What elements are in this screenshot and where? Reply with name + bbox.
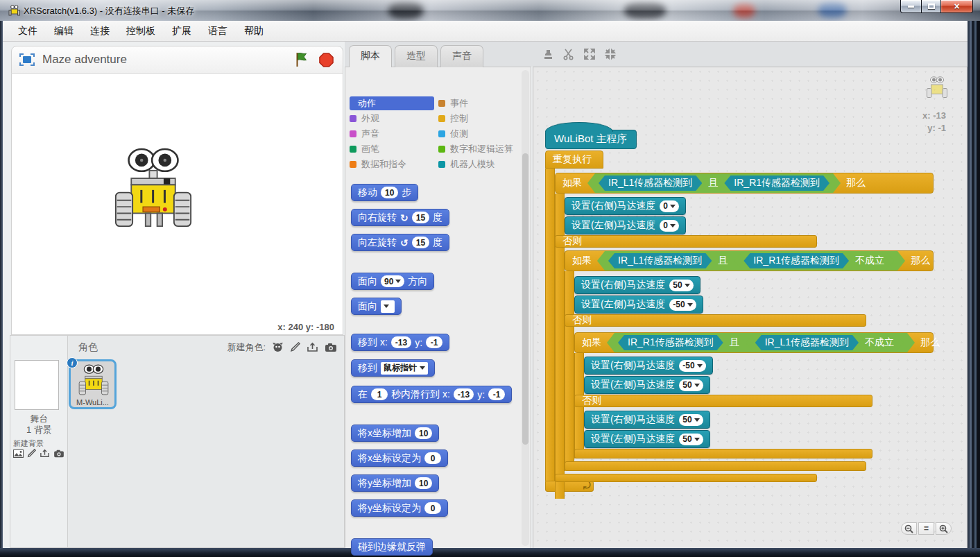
menu-connect[interactable]: 连接 (83, 23, 117, 40)
forever-block[interactable]: 重复执行 (545, 151, 603, 169)
category-operators[interactable]: 数字和逻辑运算 (438, 142, 513, 156)
minimize-button[interactable] (900, 0, 922, 13)
and-operator[interactable]: IR_L1传感器检测到 且 IR_R1传感器检测到 (587, 173, 841, 193)
sensor-ir-l1[interactable]: IR_L1传感器检测到 (755, 335, 859, 350)
category-looks[interactable]: 外观 (350, 112, 379, 126)
set-left-motor-block[interactable]: 设置(左侧)马达速度 -50 (574, 295, 703, 314)
menu-file[interactable]: 文件 (11, 23, 44, 40)
not-operator[interactable]: IR_R1传感器检测到 不成立 (734, 252, 894, 269)
block-point-towards[interactable]: 面向 (351, 298, 402, 315)
speed-dropdown[interactable]: -50 (669, 299, 696, 311)
block-change-y[interactable]: 将y坐标增加10 (351, 474, 439, 492)
sensor-ir-r1[interactable]: IR_R1传感器检测到 (724, 175, 829, 191)
speed-dropdown[interactable]: 50 (679, 379, 703, 391)
if-block-1[interactable]: 如果 IR_L1传感器检测到 且 IR_R1传感器检测到 那么 (555, 173, 934, 194)
and-operator[interactable]: IR_L1传感器检测到 且 IR_R1传感器检测到 不成立 (597, 251, 905, 271)
and-operator[interactable]: IR_R1传感器检测到 且 IR_L1传感器检测到 不成立 (607, 333, 915, 352)
if-block-2[interactable]: 如果 IR_L1传感器检测到 且 IR_R1传感器检测到 不成立 那么 (565, 250, 934, 271)
if-block-3[interactable]: 如果 IR_R1传感器检测到 且 IR_L1传感器检测到 不成立 那么 (574, 332, 934, 353)
speed-dropdown[interactable]: 50 (679, 414, 703, 426)
new-sprite-library-icon[interactable] (272, 342, 284, 352)
stage-sprite-robot[interactable] (114, 147, 192, 230)
menu-help[interactable]: 帮助 (237, 23, 270, 40)
set-left-motor-block[interactable]: 设置(左侧)马达速度 50 (584, 430, 710, 448)
speed-dropdown[interactable]: 50 (679, 434, 703, 445)
tab-scripts[interactable]: 脚本 (349, 45, 392, 67)
block-glide[interactable]: 在1 秒内滑行到 x:-13 y:-1 (351, 386, 512, 403)
block-move-steps[interactable]: 移动10步 (351, 184, 418, 201)
block-point-direction[interactable]: 面向 90 方向 (351, 273, 434, 290)
paint-sprite-icon[interactable] (290, 342, 300, 352)
sensor-ir-r1[interactable]: IR_R1传感器检测到 (743, 253, 849, 268)
category-pen[interactable]: 画笔 (350, 142, 379, 156)
menu-edit[interactable]: 编辑 (47, 23, 80, 40)
camera-backdrop-icon[interactable] (53, 449, 65, 458)
speed-dropdown[interactable]: 0 (660, 200, 679, 212)
sensor-ir-r1[interactable]: IR_R1传感器检测到 (618, 335, 723, 350)
not-operator[interactable]: IR_L1传感器检测到 不成立 (746, 334, 904, 351)
shrink-icon[interactable] (603, 47, 617, 61)
paint-backdrop-icon[interactable] (27, 449, 36, 458)
sensor-ir-l1[interactable]: IR_L1传感器检测到 (599, 175, 702, 191)
block-bounce-on-edge[interactable]: 碰到边缘就反弹 (351, 538, 433, 556)
set-right-motor-block[interactable]: 设置(右侧)马达速度 -50 (584, 357, 713, 375)
set-right-motor-block[interactable]: 设置(右侧)马达速度 0 (565, 197, 686, 215)
grow-icon[interactable] (583, 47, 596, 61)
set-left-motor-block[interactable]: 设置(左侧)马达速度 0 (565, 216, 686, 234)
camera-sprite-icon[interactable] (325, 343, 337, 352)
active-sprite-thumbnail (927, 74, 947, 101)
goto-target-dropdown[interactable]: 鼠标指针 (381, 362, 428, 375)
block-change-x[interactable]: 将x坐标增加10 (351, 425, 439, 442)
set-left-motor-block[interactable]: 设置(左侧)马达速度 50 (584, 376, 710, 394)
speed-dropdown[interactable]: 50 (669, 280, 693, 291)
stage-thumbnail[interactable] (15, 360, 59, 410)
tab-sounds[interactable]: 声音 (440, 45, 483, 67)
stage[interactable] (11, 74, 343, 320)
palette-scrollbar-thumb[interactable] (522, 153, 528, 445)
category-robot[interactable]: 机器人模块 (438, 157, 495, 171)
upload-backdrop-icon[interactable] (40, 449, 50, 458)
delete-scissors-icon[interactable] (562, 47, 576, 61)
category-sound[interactable]: 声音 (350, 127, 379, 141)
close-button[interactable]: × (940, 0, 973, 13)
sprite-item-selected[interactable]: i M-WuLi... (69, 359, 117, 409)
speed-dropdown[interactable]: -50 (679, 360, 705, 372)
block-set-x[interactable]: 将x坐标设定为0 (351, 449, 448, 467)
zoom-in-button[interactable] (936, 522, 952, 535)
category-data[interactable]: 数据和指令 (350, 157, 406, 171)
maximize-button[interactable] (921, 0, 941, 13)
green-flag-icon[interactable] (294, 51, 311, 68)
palette-scrollbar[interactable] (522, 70, 529, 546)
category-sensing[interactable]: 侦测 (438, 127, 468, 141)
category-motion[interactable]: 动作 (350, 96, 434, 110)
dropdown-caret (687, 303, 693, 307)
block-goto-mouse[interactable]: 移到 鼠标指针 (351, 359, 435, 377)
block-goto-xy[interactable]: 移到 x:-13 y:-1 (351, 334, 449, 351)
menu-extensions[interactable]: 扩展 (165, 23, 198, 40)
scripts-pane[interactable]: x: -13 y: -1 WuLiBot 主程序 重复执行 ⤾ 如果 IR_L1… (533, 67, 968, 548)
set-right-motor-block[interactable]: 设置(右侧)马达速度 50 (574, 276, 700, 294)
tab-costumes[interactable]: 造型 (395, 45, 438, 67)
backdrop-library-icon[interactable] (13, 449, 24, 458)
else-bar-2: 否则 (565, 314, 866, 327)
menu-board[interactable]: 控制板 (119, 23, 162, 40)
duplicate-stamp-icon[interactable] (541, 47, 555, 61)
target-dropdown[interactable] (381, 300, 395, 313)
zoom-out-button[interactable] (901, 522, 917, 535)
speed-dropdown[interactable]: 0 (660, 220, 679, 232)
upload-sprite-icon[interactable] (307, 342, 318, 352)
sensor-ir-l1[interactable]: IR_L1传感器检测到 (608, 253, 712, 268)
category-events[interactable]: 事件 (438, 96, 468, 110)
set-right-motor-block[interactable]: 设置(右侧)马达速度 50 (584, 411, 710, 429)
category-control[interactable]: 控制 (438, 112, 468, 126)
direction-dropdown[interactable]: 90 (381, 275, 404, 287)
block-turn-right[interactable]: 向右旋转↻ 15度 (351, 209, 449, 226)
hat-block-main-program[interactable]: WuLiBot 主程序 (545, 130, 637, 149)
fullscreen-icon[interactable] (19, 53, 35, 67)
block-set-y[interactable]: 将y坐标设定为0 (351, 499, 448, 517)
menu-language[interactable]: 语言 (201, 23, 234, 40)
sprite-info-icon[interactable]: i (67, 357, 78, 368)
block-turn-left[interactable]: 向左旋转↺ 15度 (351, 234, 449, 251)
stop-icon[interactable] (318, 52, 334, 68)
zoom-reset-button[interactable]: = (918, 522, 934, 535)
